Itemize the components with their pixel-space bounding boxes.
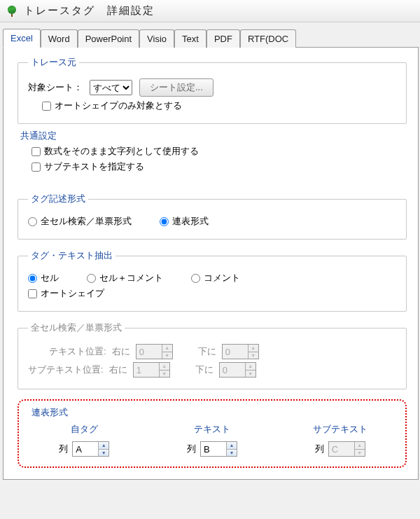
comment-radio[interactable] (191, 274, 200, 283)
tag-format-group: タグ記述形式 全セル検索／単票形式 連表形式 (18, 193, 407, 240)
col-a-label: 列 (59, 443, 68, 455)
col-c-input (329, 442, 354, 456)
spin-down-icon[interactable]: ▼ (227, 450, 237, 457)
spin-up-icon: ▲ (162, 345, 172, 352)
col-b-label: 列 (187, 443, 196, 455)
autoshape-only-label[interactable]: オートシェイプのみ対象とする (42, 99, 182, 112)
all-cell-format-legend: 全セル検索／単票形式 (28, 321, 125, 334)
sub-right-label: 右に (109, 364, 127, 376)
spin-up-icon[interactable]: ▲ (227, 442, 237, 450)
linked-radio-label[interactable]: 連表形式 (160, 215, 209, 228)
col-a-spinner[interactable]: ▲▼ (72, 441, 109, 457)
spin-down-icon: ▼ (355, 450, 365, 457)
specify-subtext-checkbox[interactable] (31, 162, 41, 172)
spin-up-icon: ▲ (248, 345, 258, 352)
autoshape-only-checkbox[interactable] (42, 102, 51, 111)
text-right-label: 右に (112, 345, 130, 358)
common-settings-group: 共通設定 数式をそのまま文字列として使用する サブテキストを指定する (18, 130, 407, 183)
all-cell-radio-label[interactable]: 全セル検索／単票形式 (28, 215, 132, 228)
spin-up-icon: ▲ (355, 442, 365, 450)
autoshape-extract-label[interactable]: オートシェイプ (28, 287, 104, 300)
trace-source-legend: トレース元 (28, 56, 79, 69)
text-down-input (223, 345, 248, 359)
tab-text[interactable]: Text (174, 29, 206, 48)
target-sheet-label: 対象シート： (28, 81, 83, 94)
cell-radio[interactable] (28, 274, 37, 283)
cell-comment-text: セル＋コメント (99, 272, 163, 284)
all-cell-radio[interactable] (28, 217, 37, 226)
linked-format-legend: 連表形式 (31, 406, 396, 419)
spin-down-icon[interactable]: ▼ (99, 450, 108, 457)
subtext-header: サブテキスト (284, 423, 396, 436)
self-tag-header: 自タグ (29, 423, 140, 436)
tag-extract-legend: タグ・テキスト抽出 (28, 249, 115, 262)
linked-text: 連表形式 (172, 215, 209, 228)
sub-down-spinner: ▲▼ (219, 362, 256, 378)
cell-radio-label[interactable]: セル (28, 272, 59, 284)
common-settings-legend: 共通設定 (18, 130, 59, 142)
cell-comment-radio[interactable] (87, 274, 96, 283)
specify-subtext-text: サブテキストを指定する (44, 160, 144, 173)
text-right-spinner: ▲▼ (136, 344, 173, 359)
main-panel: トレース元 対象シート： すべて シート設定... オートシェイプのみ対象とする… (3, 47, 419, 480)
all-cell-text: 全セル検索／単票形式 (41, 215, 132, 228)
tab-pdf[interactable]: PDF (206, 29, 240, 48)
tab-excel[interactable]: Excel (3, 29, 41, 48)
svg-point-2 (8, 7, 12, 11)
linked-format-highlight: 連表形式 自タグ テキスト サブテキスト 列 ▲▼ 列 ▲▼ (18, 399, 407, 468)
cell-comment-radio-label[interactable]: セル＋コメント (87, 272, 163, 284)
formula-as-string-text: 数式をそのまま文字列として使用する (44, 145, 199, 158)
comment-radio-label[interactable]: コメント (191, 272, 240, 284)
sub-down-input (220, 363, 245, 377)
target-sheet-select[interactable]: すべて (90, 80, 132, 95)
linked-radio[interactable] (160, 217, 169, 226)
col-a-input[interactable] (73, 442, 98, 456)
specify-subtext-label[interactable]: サブテキストを指定する (31, 160, 144, 173)
tab-powerpoint[interactable]: PowerPoint (78, 29, 139, 48)
sub-right-spinner: ▲▼ (133, 362, 170, 378)
tab-bar: Excel Word PowerPoint Visio Text PDF RTF… (3, 28, 420, 47)
spin-down-icon: ▼ (248, 352, 258, 359)
subtext-pos-label: サブテキスト位置: (28, 364, 104, 376)
text-right-input (136, 345, 162, 359)
col-b-input[interactable] (201, 442, 226, 456)
autoshape-only-text: オートシェイプのみ対象とする (55, 99, 182, 112)
autoshape-extract-checkbox[interactable] (28, 289, 37, 298)
text-header: テキスト (157, 423, 268, 436)
tab-visio[interactable]: Visio (139, 29, 174, 48)
text-down-spinner: ▲▼ (222, 344, 259, 359)
spin-up-icon: ▲ (160, 363, 169, 371)
spin-up-icon[interactable]: ▲ (99, 442, 108, 450)
formula-as-string-label[interactable]: 数式をそのまま文字列として使用する (31, 145, 199, 158)
formula-as-string-checkbox[interactable] (31, 147, 41, 156)
svg-point-3 (11, 6, 15, 11)
sub-right-input (134, 363, 159, 377)
sub-down-label: 下に (195, 364, 214, 376)
comment-text: コメント (204, 272, 240, 284)
cell-text: セル (41, 272, 59, 284)
tab-word[interactable]: Word (41, 29, 78, 48)
text-down-label: 下に (198, 345, 216, 358)
col-c-spinner: ▲▼ (328, 441, 365, 457)
spin-down-icon: ▼ (160, 371, 169, 378)
spin-down-icon: ▼ (246, 371, 255, 378)
app-icon (6, 5, 18, 18)
all-cell-format-group: 全セル検索／単票形式 テキスト位置: 右に ▲▼ 下に ▲▼ サブテキスト位置:… (18, 321, 407, 389)
spin-down-icon: ▼ (162, 352, 172, 359)
text-pos-label: テキスト位置: (49, 345, 106, 358)
spin-up-icon: ▲ (246, 363, 255, 371)
titlebar: トレースタグ 詳細設定 (0, 0, 420, 22)
window-title: トレースタグ 詳細設定 (24, 4, 155, 18)
col-c-label: 列 (315, 443, 324, 455)
sheet-settings-button[interactable]: シート設定... (139, 78, 214, 97)
tag-format-legend: タグ記述形式 (28, 193, 88, 205)
col-b-spinner[interactable]: ▲▼ (200, 441, 237, 457)
tag-extract-group: タグ・テキスト抽出 セル セル＋コメント コメント オートシェイプ (18, 249, 407, 312)
autoshape-extract-text: オートシェイプ (41, 287, 104, 300)
trace-source-group: トレース元 対象シート： すべて シート設定... オートシェイプのみ対象とする (18, 56, 407, 124)
tab-rtf[interactable]: RTF(DOC (240, 29, 296, 48)
